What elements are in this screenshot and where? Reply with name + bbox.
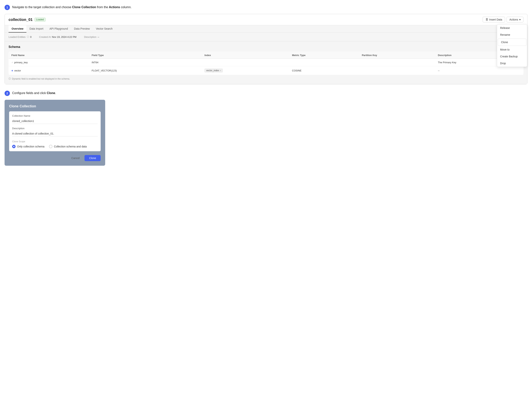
info-icon: ⓘ bbox=[27, 35, 29, 39]
radio-schema-only[interactable]: Only collection schema bbox=[12, 145, 45, 148]
description-label: Description bbox=[84, 36, 96, 38]
cancel-button[interactable]: Cancel bbox=[69, 155, 82, 161]
created-at-item: Created At Nov 19, 2024 4:22 PM bbox=[39, 36, 76, 38]
step1-instruction: Navigate to the target collection and ch… bbox=[12, 5, 132, 9]
index-tag: vector_index × bbox=[205, 69, 223, 72]
status-badge: Loaded bbox=[35, 18, 46, 22]
col-partitionkey: Partition Key bbox=[359, 52, 435, 59]
header-actions: 🗄 Insert Data Actions ▾ bbox=[483, 17, 524, 23]
actions-button[interactable]: Actions ▾ bbox=[507, 17, 524, 23]
loaded-entities-item: Loaded Entities ⓘ 0 bbox=[8, 35, 31, 39]
step2-instruction: Configure fields and click Clone. bbox=[12, 90, 56, 95]
step2-badge: 2 bbox=[5, 91, 10, 96]
info-circle-icon: ⓘ bbox=[8, 77, 11, 80]
clone-scope-label: Clone Scope bbox=[12, 140, 98, 143]
step1-row: 1 Navigate to the target collection and … bbox=[5, 5, 527, 10]
field-name-primary-key: ♂ primary_key bbox=[9, 59, 89, 66]
database-icon: 🗄 bbox=[486, 18, 488, 21]
field-type-vector: FLOAT_VECTOR(123) bbox=[89, 66, 202, 75]
description-label-clone: Description bbox=[12, 127, 98, 130]
dropdown-item-release[interactable]: Release bbox=[497, 24, 527, 31]
collection-panel: collection_01 Loaded 🗄 Insert Data Actio… bbox=[5, 14, 527, 84]
metric-vector: COSINE bbox=[289, 66, 359, 75]
collection-header: collection_01 Loaded 🗄 Insert Data Actio… bbox=[5, 14, 527, 25]
schema-table: Field Name Field Type Index Metric Type … bbox=[8, 52, 524, 75]
col-fieldtype: Field Type bbox=[89, 52, 202, 59]
loaded-entities-value: 0 bbox=[30, 36, 31, 38]
vector-icon: ◈ bbox=[11, 69, 13, 72]
insert-data-button[interactable]: 🗄 Insert Data bbox=[483, 17, 505, 23]
table-row: ♂ primary_key INT64 The Primary Key bbox=[9, 59, 524, 66]
dropdown-item-rename[interactable]: Rename bbox=[497, 31, 527, 38]
schema-section: Schema Field Name Field Type Index Metri… bbox=[5, 41, 527, 84]
clone-dialog-title: Clone Collection bbox=[9, 104, 101, 108]
clone-form: Collection Name Description Clone Scope … bbox=[9, 111, 101, 151]
dropdown-item-moveto[interactable]: Move to bbox=[497, 46, 527, 53]
col-index: Index bbox=[202, 52, 289, 59]
collection-title-area: collection_01 Loaded bbox=[8, 17, 46, 22]
index-vector: vector_index × bbox=[202, 66, 289, 75]
tabs-row: Overview Data Import API Playground Data… bbox=[5, 25, 527, 33]
clone-footer: Cancel Clone bbox=[9, 154, 101, 161]
partition-primary-key bbox=[359, 59, 435, 66]
created-at-value: Nov 19, 2024 4:22 PM bbox=[52, 36, 76, 38]
schema-title: Schema bbox=[8, 45, 524, 49]
loaded-entities-label: Loaded Entities bbox=[8, 36, 26, 38]
description-item: Description -- bbox=[84, 36, 99, 38]
remove-index-icon[interactable]: × bbox=[220, 69, 221, 72]
radio-circle-unselected bbox=[49, 145, 53, 148]
radio-group: Only collection schema Collection schema… bbox=[12, 145, 98, 148]
collection-name-input[interactable] bbox=[12, 118, 98, 124]
dropdown-item-createbackup[interactable]: Create Backup bbox=[497, 53, 527, 60]
actions-dropdown: Release Rename Clone Move to Create Back… bbox=[497, 24, 527, 67]
tab-overview[interactable]: Overview bbox=[8, 25, 26, 32]
chevron-down-icon: ▾ bbox=[519, 18, 521, 21]
dynamic-note: ⓘ Dynamic field is enabled but not displ… bbox=[8, 77, 524, 80]
collection-name-label: Collection Name bbox=[12, 114, 98, 117]
col-metrictype: Metric Type bbox=[289, 52, 359, 59]
field-type-primary-key: INT64 bbox=[89, 59, 202, 66]
radio-schema-data[interactable]: Collection schema and data bbox=[49, 145, 87, 148]
key-icon: ♂ bbox=[11, 61, 13, 64]
clone-button[interactable]: Clone bbox=[84, 155, 101, 161]
index-primary-key bbox=[202, 59, 289, 66]
description-input[interactable] bbox=[12, 131, 98, 136]
tab-dataimport[interactable]: Data Import bbox=[26, 25, 46, 32]
tab-vectorsearch[interactable]: Vector Search bbox=[93, 25, 116, 32]
collection-name: collection_01 bbox=[8, 17, 33, 22]
dropdown-item-clone[interactable]: Clone bbox=[498, 39, 526, 46]
table-row: ◈ vector FLOAT_VECTOR(123) vector_index … bbox=[9, 66, 524, 75]
desc-vector: -- bbox=[435, 66, 523, 75]
step2-row: 2 Configure fields and click Clone. bbox=[5, 90, 527, 96]
metric-primary-key bbox=[289, 59, 359, 66]
col-fieldname: Field Name bbox=[9, 52, 89, 59]
clone-panel: Clone Collection Collection Name Descrip… bbox=[5, 100, 105, 166]
description-value: -- bbox=[98, 36, 99, 38]
schema-header-row: Field Name Field Type Index Metric Type … bbox=[9, 52, 524, 59]
step1-badge: 1 bbox=[5, 5, 10, 10]
tab-apiplayground[interactable]: API Playground bbox=[46, 25, 71, 32]
radio-circle-selected bbox=[12, 145, 15, 148]
tab-datapreview[interactable]: Data Preview bbox=[71, 25, 93, 32]
partition-vector bbox=[359, 66, 435, 75]
dropdown-item-drop[interactable]: Drop bbox=[497, 60, 527, 67]
field-name-vector: ◈ vector bbox=[9, 66, 89, 75]
created-at-label: Created At bbox=[39, 36, 51, 38]
info-row: Loaded Entities ⓘ 0 Created At Nov 19, 2… bbox=[5, 33, 527, 41]
